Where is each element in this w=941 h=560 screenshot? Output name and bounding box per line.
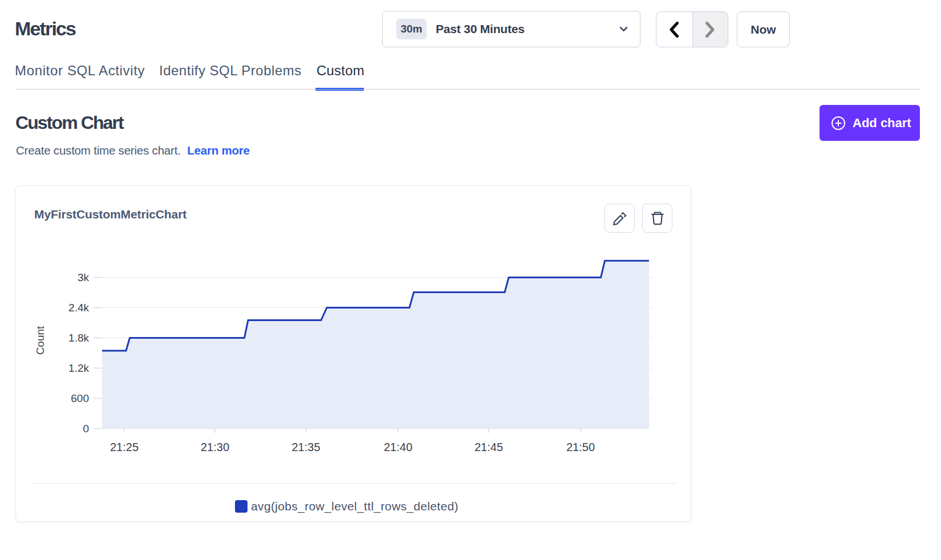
- svg-text:Count: Count: [34, 326, 46, 355]
- svg-text:2.4k: 2.4k: [68, 302, 89, 314]
- svg-text:0: 0: [83, 423, 89, 435]
- svg-text:21:35: 21:35: [291, 441, 320, 453]
- svg-text:1.8k: 1.8k: [68, 332, 89, 344]
- svg-text:21:50: 21:50: [566, 441, 595, 453]
- svg-text:1.2k: 1.2k: [68, 362, 89, 374]
- svg-text:21:30: 21:30: [201, 441, 229, 453]
- svg-text:600: 600: [71, 392, 89, 404]
- svg-text:21:40: 21:40: [384, 441, 412, 453]
- svg-text:3k: 3k: [78, 271, 90, 283]
- svg-text:21:45: 21:45: [474, 441, 503, 453]
- svg-text:21:25: 21:25: [110, 441, 139, 453]
